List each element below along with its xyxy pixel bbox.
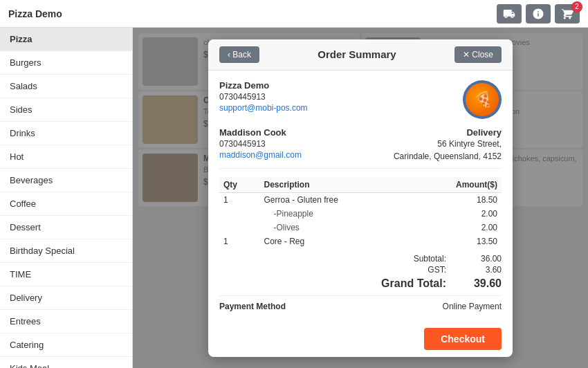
order-summary-modal: ‹ Back Order Summary ✕ Close Pizza Demo … — [208, 39, 513, 357]
delivery-label: Delivery — [394, 127, 502, 138]
delivery-address-line2: Carindale, Queensland, 4152 — [394, 150, 502, 163]
customer-name: Maddison Cook — [219, 127, 302, 138]
sidebar-item-entrees[interactable]: Entrees — [0, 310, 132, 333]
pizza-logo-inner: 🍕 — [466, 83, 499, 116]
sidebar-item-sides[interactable]: Sides — [0, 98, 132, 122]
grand-total-row: Grand Total: 39.60 — [219, 277, 502, 290]
sidebar: Pizza Burgers Salads Sides Drinks Hot Be… — [0, 28, 133, 368]
customer-info: Maddison Cook 0730445913 maddison@gmail.… — [219, 127, 302, 160]
order-item-amount: 2.00 — [411, 221, 502, 234]
sidebar-item-coffee[interactable]: Coffee — [0, 192, 132, 216]
store-info-row: Pizza Demo 0730445913 support@mobi-pos.c… — [219, 80, 502, 119]
sidebar-item-beverages[interactable]: Beverages — [0, 169, 132, 192]
store-phone: 0730445913 — [219, 92, 308, 102]
customer-delivery-row: Maddison Cook 0730445913 maddison@gmail.… — [219, 127, 502, 169]
modal-overlay: ‹ Back Order Summary ✕ Close Pizza Demo … — [133, 28, 588, 368]
order-item-qty: 1 — [219, 192, 259, 207]
customer-phone: 0730445913 — [219, 139, 302, 149]
close-button[interactable]: ✕ Close — [454, 46, 502, 63]
order-table: Qty Description Amount($) 1Gerroa - Glut… — [219, 177, 502, 248]
app-header: Pizza Demo 2 — [0, 0, 588, 28]
order-item-description: Core - Reg — [259, 234, 410, 248]
subtotal-value: 36.00 — [467, 254, 502, 264]
sidebar-item-catering[interactable]: Catering — [0, 333, 132, 357]
col-header-qty: Qty — [219, 177, 259, 193]
payment-method-row: Payment Method Online Payment — [219, 295, 502, 311]
payment-method-value: Online Payment — [443, 302, 502, 311]
delivery-address-line1: 56 Kintyre Street, — [394, 138, 502, 150]
info-icon — [532, 8, 544, 20]
cart-badge: 2 — [571, 1, 582, 12]
modal-header: ‹ Back Order Summary ✕ Close — [208, 39, 513, 71]
store-name: Pizza Demo — [219, 80, 308, 91]
grand-total-label: Grand Total: — [381, 277, 446, 290]
payment-method-label: Payment Method — [219, 302, 286, 311]
table-row: 1Core - Reg13.50 — [219, 234, 502, 248]
main-layout: Pizza Burgers Salads Sides Drinks Hot Be… — [0, 28, 588, 368]
back-button[interactable]: ‹ Back — [219, 46, 259, 63]
sidebar-item-birthday-special[interactable]: Birthday Special — [0, 239, 132, 263]
order-item-description: -Pineapple — [259, 207, 410, 221]
main-content: chicken, onion, crushed nuts, shallots $… — [133, 28, 588, 368]
info-icon-button[interactable] — [526, 4, 551, 24]
order-item-amount: 13.50 — [411, 234, 502, 248]
grand-total-value: 39.60 — [467, 277, 502, 290]
order-item-qty: 1 — [219, 234, 259, 248]
sidebar-item-kids-meal[interactable]: Kids Meal — [0, 357, 132, 368]
sidebar-item-burgers[interactable]: Burgers — [0, 51, 132, 75]
order-item-amount: 18.50 — [411, 192, 502, 207]
order-item-amount: 2.00 — [411, 207, 502, 221]
totals-section: Subtotal: 36.00 GST: 3.60 Grand Total: 3… — [219, 254, 502, 290]
sidebar-item-time[interactable]: TIME — [0, 263, 132, 286]
order-item-description: Gerroa - Gluten free — [259, 192, 410, 207]
delivery-info: Delivery 56 Kintyre Street, Carindale, Q… — [394, 127, 502, 163]
sidebar-item-hot[interactable]: Hot — [0, 145, 132, 169]
col-header-amount: Amount($) — [411, 177, 502, 193]
modal-title: Order Summary — [318, 48, 396, 60]
order-item-description: -Olives — [259, 221, 410, 234]
sidebar-item-drinks[interactable]: Drinks — [0, 122, 132, 145]
col-header-description: Description — [259, 177, 410, 193]
checkout-button[interactable]: Checkout — [424, 328, 502, 350]
order-item-qty — [219, 221, 259, 234]
gst-value: 3.60 — [467, 265, 502, 275]
store-email: support@mobi-pos.com — [219, 103, 308, 113]
store-logo: 🍕 — [463, 80, 502, 119]
sidebar-item-salads[interactable]: Salads — [0, 75, 132, 98]
pizza-emoji: 🍕 — [473, 91, 492, 109]
store-info: Pizza Demo 0730445913 support@mobi-pos.c… — [219, 80, 308, 113]
truck-icon-button[interactable] — [497, 4, 522, 24]
subtotal-label: Subtotal: — [414, 254, 446, 264]
modal-body: Pizza Demo 0730445913 support@mobi-pos.c… — [208, 71, 513, 321]
order-item-qty — [219, 207, 259, 221]
truck-icon — [503, 8, 515, 20]
subtotal-row: Subtotal: 36.00 — [219, 254, 502, 264]
sidebar-item-delivery[interactable]: Delivery — [0, 286, 132, 310]
gst-label: GST: — [428, 265, 446, 275]
sidebar-item-dessert[interactable]: Dessert — [0, 216, 132, 239]
table-row: -Olives2.00 — [219, 221, 502, 234]
app-title: Pizza Demo — [8, 8, 490, 19]
modal-footer: Checkout — [208, 321, 513, 357]
table-row: -Pineapple2.00 — [219, 207, 502, 221]
header-icon-group: 2 — [497, 4, 580, 24]
cart-icon-button[interactable]: 2 — [555, 4, 580, 24]
sidebar-item-pizza[interactable]: Pizza — [0, 28, 132, 51]
gst-row: GST: 3.60 — [219, 265, 502, 275]
customer-email: maddison@gmail.com — [219, 150, 302, 160]
table-row: 1Gerroa - Gluten free18.50 — [219, 192, 502, 207]
